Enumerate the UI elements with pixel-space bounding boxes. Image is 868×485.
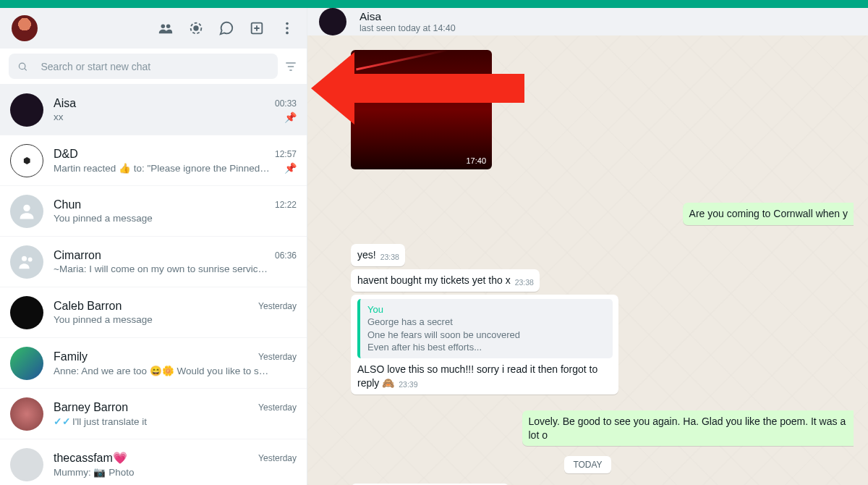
- chat-name: Caleb Barron: [54, 300, 122, 313]
- message-text: havent bought my tickets yet tho x: [357, 274, 511, 286]
- chat-avatar: [10, 448, 43, 481]
- chat-avatar: [10, 195, 43, 228]
- message-time: 23:38: [380, 253, 399, 261]
- svg-point-0: [161, 25, 166, 29]
- chat-preview: Martin reacted 👍 to: "Please ignore the …: [54, 162, 271, 174]
- chat-time: 12:22: [275, 200, 297, 210]
- svg-point-1: [166, 25, 171, 29]
- svg-point-5: [286, 22, 289, 25]
- chat-time: Yesterday: [258, 402, 297, 413]
- chat-preview: Anne: And we are too 😄🌼 Would you like t…: [54, 365, 271, 376]
- status-icon[interactable]: [188, 20, 204, 36]
- svg-point-10: [22, 256, 27, 261]
- pin-icon: 📌: [284, 162, 297, 174]
- chat-preview: xx: [54, 111, 64, 122]
- chat-name: Aisa: [54, 97, 76, 110]
- svg-point-3: [194, 26, 198, 30]
- last-seen: last seen today at 14:40: [359, 23, 456, 33]
- chat-preview: You pinned a message: [54, 213, 153, 224]
- chat-time: 12:57: [275, 149, 297, 159]
- chat-item[interactable]: Family Yesterday Anne: And we are too 😄🌼…: [0, 338, 307, 389]
- chat-item[interactable]: Cimarron 06:36 ~Maria: I will come on my…: [0, 237, 307, 287]
- filter-icon[interactable]: [284, 59, 298, 74]
- chat-preview: ✓✓I'll just translate it: [54, 416, 147, 427]
- new-message-icon[interactable]: [249, 20, 265, 36]
- message-in[interactable]: havent bought my tickets yet tho x23:38: [351, 269, 540, 292]
- contact-name: Aisa: [359, 10, 456, 23]
- sidebar-header: [0, 8, 307, 48]
- chat-name: D&D: [54, 148, 78, 161]
- chat-item[interactable]: thecassfam💗 Yesterday Mummy: 📷 Photo: [0, 439, 307, 485]
- chat-name: Barney Barron: [54, 401, 128, 414]
- communities-icon[interactable]: [158, 20, 174, 36]
- chat-avatar: [10, 397, 43, 431]
- chat-item[interactable]: Caleb Barron Yesterday You pinned a mess…: [0, 287, 307, 338]
- date-divider: TODAY: [564, 456, 610, 473]
- search-box[interactable]: [9, 54, 278, 79]
- image-message[interactable]: 17:40: [351, 50, 492, 169]
- chat-preview: You pinned a message: [54, 314, 153, 325]
- message-out[interactable]: Lovely. Be good to see you again. Ha. Gl…: [522, 410, 854, 447]
- brand-bar: [0, 0, 868, 8]
- message-time: 23:38: [515, 278, 534, 287]
- chat-avatar: [10, 245, 43, 279]
- message-in[interactable]: yes!23:38: [351, 244, 405, 266]
- chat-avatar: [10, 93, 43, 127]
- message-text: ALSO love this so much!!! sorry i read i…: [357, 363, 597, 389]
- sidebar: Aisa 00:33 xx 📌 ⬢ D&D 12:57: [0, 8, 307, 485]
- message-in-reply[interactable]: You George has a secret One he fears wil…: [351, 295, 618, 395]
- svg-point-6: [286, 27, 289, 30]
- message-text: yes!: [357, 249, 376, 261]
- chat-item[interactable]: Chun 12:22 You pinned a message: [0, 186, 307, 237]
- chat-item[interactable]: Barney Barron Yesterday ✓✓I'll just tran…: [0, 389, 307, 439]
- search-icon: [17, 61, 28, 72]
- svg-point-7: [286, 32, 289, 35]
- chat-item[interactable]: Aisa 00:33 xx 📌: [0, 85, 307, 135]
- my-avatar[interactable]: [12, 15, 38, 41]
- chat-name: thecassfam💗: [54, 451, 127, 465]
- message-text: Are you coming to Cornwall when y: [689, 208, 848, 219]
- message-time: 17:40: [466, 156, 486, 165]
- reply-quote: You George has a secret One he fears wil…: [357, 299, 613, 358]
- svg-point-8: [19, 63, 25, 69]
- chat-name: Chun: [54, 198, 81, 211]
- messages-area: 17:40 Are you coming to Cornwall when y …: [307, 35, 868, 485]
- chat-name: Family: [54, 350, 88, 363]
- chat-avatar: [10, 347, 43, 380]
- chat-header[interactable]: Aisa last seen today at 14:40: [307, 8, 868, 35]
- chat-name: Cimarron: [54, 249, 101, 262]
- chat-preview: ~Maria: I will come on my own to sunrise…: [54, 263, 271, 274]
- chat-time: Yesterday: [258, 301, 297, 311]
- menu-icon[interactable]: [279, 20, 295, 36]
- contact-avatar[interactable]: [319, 8, 346, 35]
- reply-sender: You: [367, 304, 383, 315]
- new-chat-icon[interactable]: [218, 20, 234, 36]
- chat-time: Yesterday: [258, 453, 297, 463]
- message-text: Lovely. Be good to see you again. Ha. Gl…: [529, 416, 846, 441]
- chat-preview: Mummy: 📷 Photo: [54, 466, 135, 478]
- chat-avatar: [10, 296, 43, 329]
- chat-time: 06:36: [275, 250, 297, 261]
- chat-list: Aisa 00:33 xx 📌 ⬢ D&D 12:57: [0, 85, 307, 485]
- chat-pane: Aisa last seen today at 14:40 17:40 Are …: [307, 8, 868, 485]
- search-row: [0, 48, 307, 85]
- chat-avatar: ⬢: [10, 144, 43, 177]
- svg-point-11: [28, 257, 33, 261]
- chat-item[interactable]: ⬢ D&D 12:57 Martin reacted 👍 to: "Please…: [0, 135, 307, 186]
- pin-icon: 📌: [284, 111, 297, 123]
- search-input[interactable]: [41, 61, 270, 72]
- message-time: 23:39: [399, 380, 417, 389]
- chat-time: 00:33: [275, 98, 297, 109]
- svg-point-9: [23, 204, 30, 211]
- chat-time: Yesterday: [258, 352, 297, 362]
- message-out[interactable]: Are you coming to Cornwall when y: [683, 203, 854, 225]
